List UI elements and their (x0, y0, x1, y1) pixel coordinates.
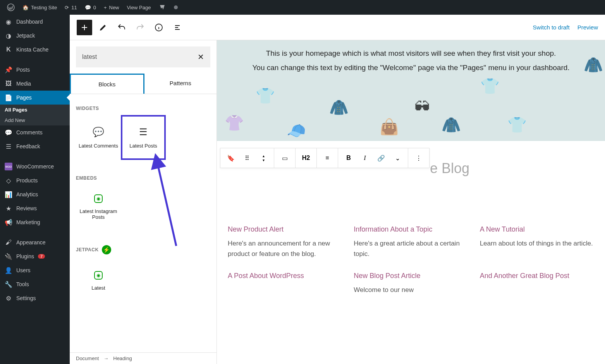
comments-link[interactable]: 💬0 (81, 0, 100, 15)
status-dot[interactable] (170, 0, 182, 15)
plus-icon: + (104, 5, 107, 10)
update-icon: ⟳ (65, 5, 69, 10)
new-label: New (109, 5, 119, 10)
view-page-link[interactable]: View Page (123, 0, 155, 15)
updates-count: 11 (71, 5, 77, 10)
wp-logo[interactable] (3, 0, 19, 15)
comments-count: 0 (93, 5, 96, 10)
updates-link[interactable]: ⟳11 (61, 0, 81, 15)
new-link[interactable]: +New (100, 0, 123, 15)
site-link[interactable]: 🏠Testing Site (19, 0, 61, 15)
view-page-label: View Page (127, 5, 151, 10)
admin-bar: 🏠Testing Site ⟳11 💬0 +New View Page (0, 0, 605, 15)
yoast-icon[interactable] (155, 0, 170, 15)
home-icon: 🏠 (22, 5, 29, 10)
comment-icon: 💬 (85, 5, 91, 10)
site-name: Testing Site (31, 5, 57, 10)
